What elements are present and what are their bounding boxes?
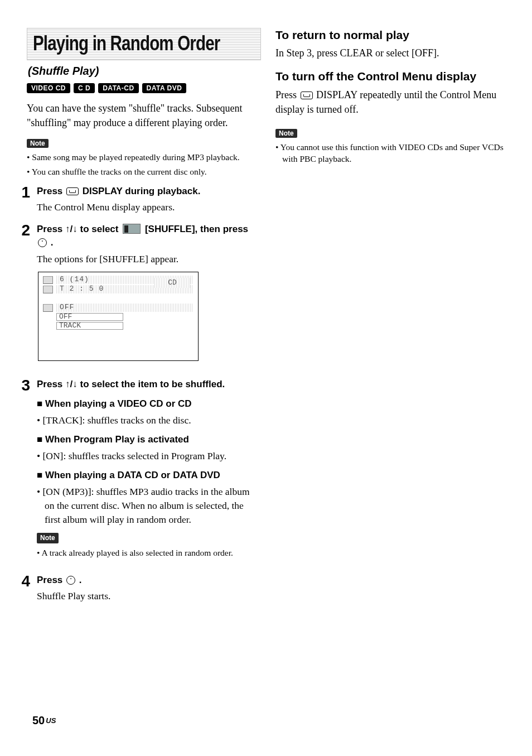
case-item: [ON (MP3)]: shuffles MP3 audio tracks in… [37,485,261,527]
tag-data-dvd: DATA DVD [142,83,187,93]
tag-data-cd: DATA-CD [98,83,138,93]
text: [SHUFFLE], then press [142,224,248,234]
section-subtitle: (Shuffle Play) [28,65,261,78]
step-description: The options for [SHUFFLE] appear. [37,252,261,266]
paragraph: In Step 3, press CLEAR or select [OFF]. [275,46,505,60]
note-item: You can shuffle the tracks on the curren… [27,166,261,178]
step-heading: Press . [37,574,261,588]
text: . [48,237,53,248]
menu-option: TRACK [56,322,123,330]
paragraph: Press DISPLAY repeatedly until the Contr… [275,88,505,117]
section-title-box: Playing in Random Order [27,28,261,60]
step-description: Shuffle Play starts. [37,589,261,603]
text: . [76,575,81,585]
menu-icon [43,286,53,293]
step-body: Press . Shuffle Play starts. [37,574,261,604]
region-code: US [46,716,56,725]
case-heading: When Program Play is activated [37,433,261,447]
step-3: 3 Press ↑/↓ to select the item to be shu… [17,378,261,566]
disc-type-badge: CD [154,278,190,288]
text: Press [275,89,299,100]
subsection-heading: To return to normal play [275,28,505,42]
note-list: Same song may be played repeatedly durin… [27,151,261,177]
case-item: [TRACK]: shuffles tracks on the disc. [37,413,261,427]
menu-icon [43,304,53,312]
text: Press ↑/↓ to select [37,224,121,234]
note-list: You cannot use this function with VIDEO … [275,141,505,165]
intro-text: You can have the system "shuffle" tracks… [27,101,261,130]
step-number: 2 [17,223,30,364]
step-number: 3 [17,378,30,566]
step-heading: Press ↑/↓ to select the item to be shuff… [37,378,261,392]
tag-cd: C D [74,83,95,93]
step-heading: Press DISPLAY during playback. [37,185,261,199]
step-1: 1 Press DISPLAY during playback. The Con… [17,185,261,215]
menu-icon [43,276,53,284]
text: Press [37,575,65,585]
left-column: Playing in Random Order (Shuffle Play) V… [27,28,261,611]
tag-video-cd: VIDEO CD [27,83,70,93]
note-item: Same song may be played repeatedly durin… [27,151,261,163]
media-tags: VIDEO CD C D DATA-CD DATA DVD [27,83,261,93]
display-icon [301,92,313,99]
enter-icon [66,576,75,585]
note-label: Note [27,139,49,148]
case-heading: When playing a VIDEO CD or CD [37,397,261,411]
note-list: A track already played is also selected … [37,547,261,559]
step-body: Press DISPLAY during playback. The Contr… [37,185,261,215]
text: DISPLAY during playback. [80,186,200,196]
subsection-heading: To turn off the Control Menu display [275,69,505,84]
control-menu-screenshot: 6 (14) T 2 : 5 0 CD OFF OFF TRACK [38,272,199,361]
note-label: Note [275,129,297,138]
note-item: A track already played is also selected … [37,547,261,559]
menu-option: OFF [56,313,123,321]
note-item: You cannot use this function with VIDEO … [275,141,505,165]
step-description: The Control Menu display appears. [37,200,261,214]
note-label: Note [37,533,59,543]
shuffle-menu-icon [123,224,141,234]
step-4: 4 Press . Shuffle Play starts. [17,574,261,604]
page-number: 50 [32,714,45,726]
enter-icon [38,238,47,247]
step-2: 2 Press ↑/↓ to select [SHUFFLE], then pr… [17,223,261,364]
text: Press [37,186,65,196]
screen-selected: OFF [56,304,194,312]
right-column: To return to normal play In Step 3, pres… [275,28,505,611]
step-heading: Press ↑/↓ to select [SHUFFLE], then pres… [37,223,261,250]
step-number: 4 [17,574,30,604]
section-title: Playing in Random Order [33,32,215,55]
page-footer: 50US [32,714,56,727]
display-icon [66,187,79,195]
columns: Playing in Random Order (Shuffle Play) V… [27,28,505,611]
step-body: Press ↑/↓ to select the item to be shuff… [37,378,261,566]
manual-page: Playing in Random Order (Shuffle Play) V… [0,0,532,756]
step-number: 1 [17,185,30,215]
case-item: [ON]: shuffles tracks selected in Progra… [37,449,261,463]
step-body: Press ↑/↓ to select [SHUFFLE], then pres… [37,223,261,364]
case-heading: When playing a DATA CD or DATA DVD [37,469,261,483]
